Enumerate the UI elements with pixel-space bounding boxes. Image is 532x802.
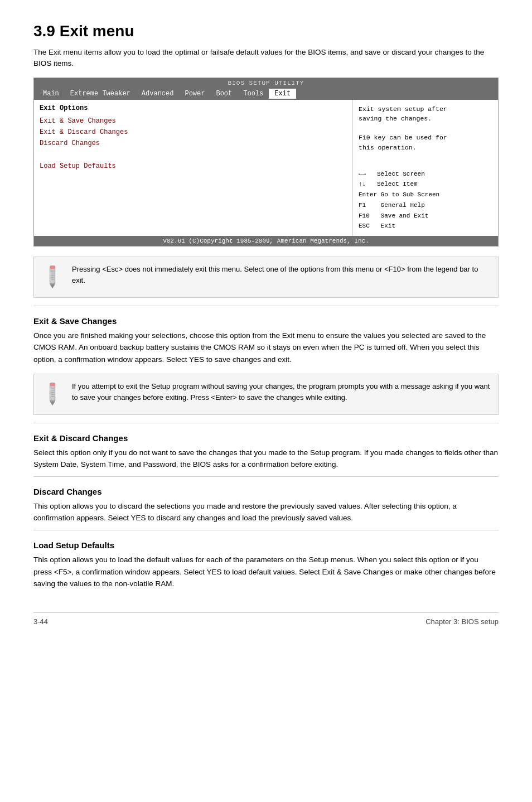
bios-help-text: Exit system setup aftersaving the change… — [359, 104, 492, 152]
svg-rect-11 — [50, 383, 55, 386]
bios-section-title: Exit Options — [40, 104, 347, 112]
section-heading-exit-discard: Exit & Discard Changes — [33, 433, 499, 443]
section-text-discard: This option allows you to discard the se… — [33, 500, 499, 524]
divider-3 — [33, 476, 499, 477]
bios-menu-spacer — [40, 149, 347, 161]
bios-header-title: BIOS SETUP UTILITY — [34, 78, 498, 88]
note-box-2: If you attempt to exit the Setup program… — [33, 374, 499, 415]
note-text-2: If you attempt to exit the Setup program… — [72, 381, 490, 403]
bios-menu-load-defaults[interactable]: Load Setup Defaults — [40, 161, 347, 172]
divider-1 — [33, 306, 499, 306]
bios-menu-exit-discard[interactable]: Exit & Discard Changes — [40, 127, 347, 138]
bios-nav-main[interactable]: Main — [37, 89, 65, 99]
divider-2 — [33, 423, 499, 423]
bios-nav-advanced[interactable]: Advanced — [136, 89, 180, 99]
note-icon-1 — [42, 264, 64, 291]
note-box-1: Pressing <Esc> does not immediately exit… — [33, 257, 499, 298]
section-text-exit-discard: Select this option only if you do not wa… — [33, 447, 499, 471]
footer-page-num: 3-44 — [33, 617, 48, 626]
intro-text: The Exit menu items allow you to load th… — [33, 47, 499, 70]
bios-nav-tools[interactable]: Tools — [238, 89, 269, 99]
section-heading-discard: Discard Changes — [33, 487, 499, 496]
bios-left-panel: Exit Options Exit & Save Changes Exit & … — [34, 100, 353, 236]
section-heading-exit-save: Exit & Save Changes — [33, 316, 499, 326]
page-footer: 3-44 Chapter 3: BIOS setup — [33, 612, 499, 626]
footer-chapter: Chapter 3: BIOS setup — [425, 617, 499, 626]
bios-menu-discard[interactable]: Discard Changes — [40, 138, 347, 149]
svg-marker-10 — [50, 401, 55, 405]
bios-nav-boot[interactable]: Boot — [210, 89, 238, 99]
svg-rect-2 — [50, 266, 55, 269]
bios-footer: v02.61 (C)Copyright 1985-2009, American … — [34, 236, 498, 246]
section-text-load-defaults: This option allows you to load the defau… — [33, 554, 499, 590]
section-heading-load-defaults: Load Setup Defaults — [33, 540, 499, 550]
section-text-exit-save: Once you are finished making your select… — [33, 330, 499, 366]
note-text-1: Pressing <Esc> does not immediately exit… — [72, 264, 490, 286]
svg-marker-1 — [50, 284, 55, 288]
bios-menu-exit-save[interactable]: Exit & Save Changes — [40, 115, 347, 127]
bios-nav-exit[interactable]: Exit — [269, 89, 296, 99]
page-title: 3.9 Exit menu — [33, 22, 499, 40]
bios-nav-power[interactable]: Power — [179, 89, 210, 99]
bios-legend: ←→ Select Screen ↑↓ Select Item Enter Go… — [359, 169, 492, 231]
bios-right-panel: Exit system setup aftersaving the change… — [353, 100, 498, 236]
bios-utility-box: BIOS SETUP UTILITY Main Extreme Tweaker … — [33, 78, 499, 247]
bios-header: BIOS SETUP UTILITY Main Extreme Tweaker … — [34, 78, 498, 100]
bios-nav-extreme[interactable]: Extreme Tweaker — [65, 89, 136, 99]
bios-body: Exit Options Exit & Save Changes Exit & … — [34, 100, 498, 236]
divider-4 — [33, 530, 499, 530]
bios-nav: Main Extreme Tweaker Advanced Power Boot… — [34, 88, 498, 100]
note-icon-2 — [42, 381, 64, 408]
